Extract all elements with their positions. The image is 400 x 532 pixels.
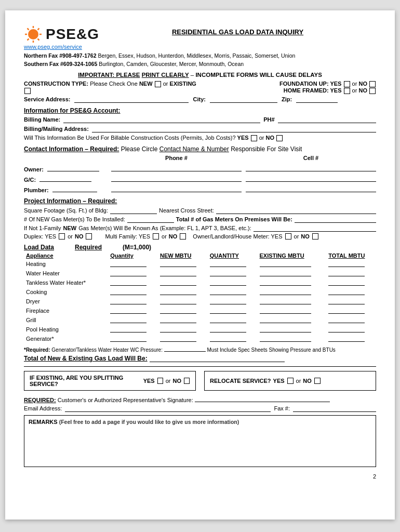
new-mbtu-cell[interactable]	[158, 334, 208, 343]
owner-no-checkbox[interactable]	[312, 233, 318, 240]
remarks-title: REMARKS (Feel free to add a page if you …	[29, 419, 371, 425]
contact-grid: Phone # Cell # Owner: G/C: Plumber:	[24, 155, 376, 193]
multi-no-checkbox[interactable]	[180, 233, 186, 240]
splitting-yes-checkbox[interactable]	[157, 378, 163, 384]
quantity-cell[interactable]	[108, 269, 158, 278]
relocate-no-checkbox[interactable]	[314, 378, 321, 384]
total-mbtu-cell[interactable]	[326, 334, 376, 343]
multi-yes-checkbox[interactable]	[153, 233, 159, 240]
quantity-cell[interactable]	[108, 287, 158, 297]
billing-name-row: Billing Name: PH#	[24, 116, 376, 123]
total-meters-field[interactable]	[295, 216, 376, 223]
existing-mbtu-cell[interactable]	[258, 325, 327, 334]
quantity-cell[interactable]	[108, 325, 158, 334]
load-table: Appliance Quantity NEW MBTU QUANTITY EXI…	[24, 252, 376, 343]
existing-mbtu-cell[interactable]	[258, 278, 327, 287]
total-mbtu-cell[interactable]	[326, 315, 376, 325]
duplex-row: Duplex: YES or NO Multi Family: YES or N…	[24, 233, 376, 240]
new-mbtu-cell[interactable]	[158, 278, 208, 287]
load-table-row: Water Heater	[24, 269, 376, 278]
existing-checkbox[interactable]	[24, 88, 31, 94]
plumber-phone-field[interactable]	[111, 185, 242, 192]
splitting-no-checkbox[interactable]	[184, 378, 190, 384]
quantity2-cell[interactable]	[208, 269, 258, 278]
col-new-mbtu: NEW MBTU	[158, 252, 208, 259]
quantity2-cell[interactable]	[208, 259, 258, 269]
total-mbtu-cell[interactable]	[326, 287, 376, 297]
total-mbtu-cell[interactable]	[326, 325, 376, 334]
new-mbtu-cell[interactable]	[158, 269, 208, 278]
total-mbtu-cell[interactable]	[326, 306, 376, 315]
city-field[interactable]	[210, 96, 277, 103]
quantity2-cell[interactable]	[208, 334, 258, 343]
existing-mbtu-cell[interactable]	[258, 306, 327, 315]
new-meters-field[interactable]	[127, 216, 174, 223]
owner-name-field[interactable]	[47, 164, 99, 171]
gc-cell-field[interactable]	[246, 175, 376, 182]
pseg-link[interactable]: www.pseg.com/service	[24, 44, 82, 50]
existing-mbtu-cell[interactable]	[258, 269, 327, 278]
quantity2-cell[interactable]	[208, 325, 258, 334]
gc-phone-field[interactable]	[111, 175, 242, 182]
total-mbtu-cell[interactable]	[326, 297, 376, 306]
total-mbtu-cell[interactable]	[326, 278, 376, 287]
service-address-row: Service Address: City: Zip:	[24, 96, 376, 103]
new-mbtu-cell[interactable]	[158, 297, 208, 306]
quantity2-cell[interactable]	[208, 278, 258, 287]
plumber-cell-field[interactable]	[246, 185, 376, 192]
col-appliance: Appliance	[24, 252, 108, 259]
relocate-yes-checkbox[interactable]	[287, 378, 294, 384]
quantity-cell[interactable]	[108, 306, 158, 315]
existing-mbtu-cell[interactable]	[258, 287, 327, 297]
total-gas-field[interactable]	[150, 355, 285, 362]
new-mbtu-cell[interactable]	[158, 259, 208, 269]
quantity-cell[interactable]	[108, 259, 158, 269]
will-info-yes-checkbox[interactable]	[251, 135, 257, 141]
existing-mbtu-cell[interactable]	[258, 297, 327, 306]
zip-field[interactable]	[296, 96, 338, 103]
owner-yes-checkbox[interactable]	[285, 233, 291, 240]
home-framed-no-checkbox[interactable]	[369, 88, 376, 94]
new-mbtu-cell[interactable]	[158, 325, 208, 334]
quantity-cell[interactable]	[108, 297, 158, 306]
ph-field[interactable]	[278, 116, 376, 123]
duplex-no-checkbox[interactable]	[86, 233, 92, 240]
wc-pressure-field[interactable]	[164, 344, 206, 352]
will-info-no-checkbox[interactable]	[276, 135, 283, 141]
phone-header: Phone #	[111, 155, 242, 162]
quantity2-cell[interactable]	[208, 315, 258, 325]
total-mbtu-cell[interactable]	[326, 269, 376, 278]
cross-street-field[interactable]	[216, 207, 376, 214]
billing-mailing-field[interactable]	[92, 125, 376, 132]
owner-cell-field[interactable]	[246, 164, 376, 171]
duplex-yes-checkbox[interactable]	[59, 233, 65, 240]
billing-name-field[interactable]	[63, 116, 260, 123]
email-field[interactable]	[65, 405, 271, 412]
owner-phone-field[interactable]	[111, 164, 242, 171]
foundation-yes-checkbox[interactable]	[344, 81, 350, 87]
gc-name-field[interactable]	[39, 175, 91, 182]
quantity2-cell[interactable]	[208, 287, 258, 297]
new-mbtu-cell[interactable]	[158, 315, 208, 325]
new-checkbox[interactable]	[155, 81, 161, 87]
signature-field[interactable]	[195, 395, 330, 402]
foundation-no-checkbox[interactable]	[369, 81, 376, 87]
header: PSE&G www.pseg.com/service RESIDENTIAL G…	[24, 25, 376, 50]
new-mbtu-cell[interactable]	[158, 306, 208, 315]
quantity-cell[interactable]	[108, 334, 158, 343]
sq-ft-field[interactable]	[110, 207, 157, 214]
existing-mbtu-cell[interactable]	[258, 315, 327, 325]
service-address-field[interactable]	[74, 96, 189, 103]
existing-mbtu-cell[interactable]	[258, 334, 327, 343]
quantity2-cell[interactable]	[208, 306, 258, 315]
fax-field[interactable]	[293, 405, 376, 412]
quantity2-cell[interactable]	[208, 297, 258, 306]
quantity-cell[interactable]	[108, 278, 158, 287]
existing-mbtu-cell[interactable]	[258, 259, 327, 269]
quantity-cell[interactable]	[108, 315, 158, 325]
plumber-name-field[interactable]	[52, 185, 97, 192]
home-framed-yes-checkbox[interactable]	[344, 88, 350, 94]
new-mbtu-cell[interactable]	[158, 287, 208, 297]
meter-name-field[interactable]	[254, 224, 376, 232]
total-mbtu-cell[interactable]	[326, 259, 376, 269]
